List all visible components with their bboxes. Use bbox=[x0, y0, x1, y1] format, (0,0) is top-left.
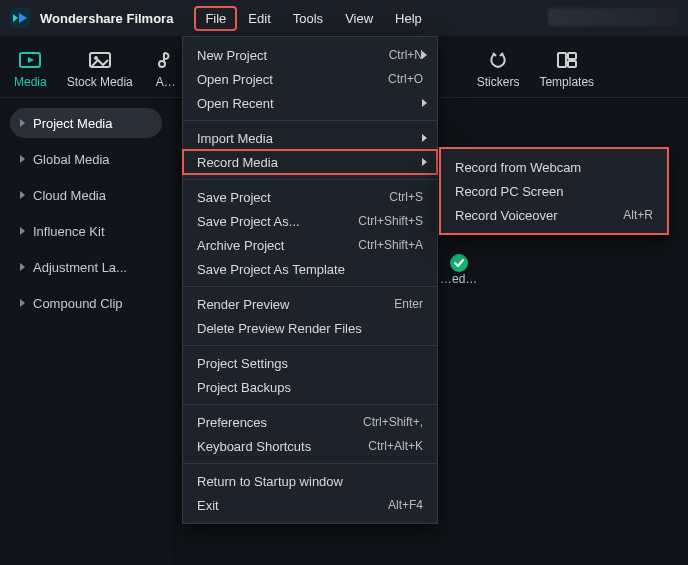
svg-point-4 bbox=[159, 61, 165, 67]
menu-row-label: Project Backups bbox=[197, 380, 291, 395]
toolbar-label: Templates bbox=[539, 75, 594, 89]
record-submenu-record-pc-screen[interactable]: Record PC Screen bbox=[441, 179, 667, 203]
file-menu-new-project[interactable]: New ProjectCtrl+N bbox=[183, 43, 437, 67]
sidebar-item-influence-kit[interactable]: Influence Kit bbox=[10, 216, 162, 246]
sidebar-item-label: Global Media bbox=[33, 152, 110, 167]
templates-icon bbox=[554, 49, 580, 71]
chevron-right-icon bbox=[422, 99, 427, 107]
menu-separator bbox=[183, 286, 437, 287]
chevron-right-icon bbox=[20, 299, 25, 307]
menu-item-tools[interactable]: Tools bbox=[283, 7, 333, 30]
menubar-items: FileEditToolsViewHelp bbox=[195, 7, 431, 30]
menu-separator bbox=[183, 120, 437, 121]
media-thumb[interactable]: …ed… bbox=[440, 254, 477, 286]
media-thumb-label: …ed… bbox=[440, 272, 477, 286]
menu-item-view[interactable]: View bbox=[335, 7, 383, 30]
menu-item-help[interactable]: Help bbox=[385, 7, 432, 30]
menu-row-label: Save Project bbox=[197, 190, 271, 205]
menu-row-label: Exit bbox=[197, 498, 219, 513]
toolbar-label: A… bbox=[156, 75, 176, 89]
menu-row-shortcut: Ctrl+S bbox=[389, 190, 423, 204]
svg-rect-7 bbox=[568, 61, 576, 67]
menu-item-edit[interactable]: Edit bbox=[238, 7, 280, 30]
sidebar: Project MediaGlobal MediaCloud MediaInfl… bbox=[0, 98, 172, 565]
menu-row-label: Record from Webcam bbox=[455, 160, 581, 175]
record-submenu-record-from-webcam[interactable]: Record from Webcam bbox=[441, 155, 667, 179]
menu-separator bbox=[183, 463, 437, 464]
media-icon bbox=[17, 49, 43, 71]
menu-row-label: Save Project As Template bbox=[197, 262, 345, 277]
file-menu-return-to-startup-window[interactable]: Return to Startup window bbox=[183, 469, 437, 493]
record-media-submenu: Record from WebcamRecord PC ScreenRecord… bbox=[440, 148, 668, 234]
toolbar-stickers[interactable]: Stickers bbox=[477, 49, 520, 89]
svg-rect-5 bbox=[558, 53, 566, 67]
file-menu-import-media[interactable]: Import Media bbox=[183, 126, 437, 150]
chevron-right-icon bbox=[20, 263, 25, 271]
menu-row-shortcut: Ctrl+N bbox=[389, 48, 423, 62]
file-menu-keyboard-shortcuts[interactable]: Keyboard ShortcutsCtrl+Alt+K bbox=[183, 434, 437, 458]
file-menu-delete-preview-render-files[interactable]: Delete Preview Render Files bbox=[183, 316, 437, 340]
menu-row-label: Save Project As... bbox=[197, 214, 300, 229]
sidebar-item-project-media[interactable]: Project Media bbox=[10, 108, 162, 138]
file-menu-open-recent[interactable]: Open Recent bbox=[183, 91, 437, 115]
menu-row-label: Render Preview bbox=[197, 297, 290, 312]
file-menu-render-preview[interactable]: Render PreviewEnter bbox=[183, 292, 437, 316]
stickers-icon bbox=[485, 49, 511, 71]
menu-row-label: Return to Startup window bbox=[197, 474, 343, 489]
sidebar-item-global-media[interactable]: Global Media bbox=[10, 144, 162, 174]
file-menu-dropdown: New ProjectCtrl+NOpen ProjectCtrl+OOpen … bbox=[182, 36, 438, 524]
app-title: Wondershare Filmora bbox=[40, 11, 173, 26]
audio-icon bbox=[153, 49, 179, 71]
menu-item-file[interactable]: File bbox=[195, 7, 236, 30]
menu-row-label: Project Settings bbox=[197, 356, 288, 371]
menu-row-shortcut: Enter bbox=[394, 297, 423, 311]
menu-separator bbox=[183, 345, 437, 346]
toolbar-a-[interactable]: A… bbox=[153, 49, 179, 89]
menu-row-label: Preferences bbox=[197, 415, 267, 430]
menu-row-shortcut: Ctrl+Alt+K bbox=[368, 439, 423, 453]
toolbar-templates[interactable]: Templates bbox=[539, 49, 594, 89]
menu-row-label: Record Media bbox=[197, 155, 278, 170]
toolbar-label: Stickers bbox=[477, 75, 520, 89]
menu-row-shortcut: Ctrl+Shift+, bbox=[363, 415, 423, 429]
file-menu-open-project[interactable]: Open ProjectCtrl+O bbox=[183, 67, 437, 91]
svg-rect-6 bbox=[568, 53, 576, 59]
file-menu-archive-project[interactable]: Archive ProjectCtrl+Shift+A bbox=[183, 233, 437, 257]
menu-row-label: Delete Preview Render Files bbox=[197, 321, 362, 336]
file-menu-save-project-as[interactable]: Save Project As...Ctrl+Shift+S bbox=[183, 209, 437, 233]
app-logo-icon bbox=[10, 8, 30, 28]
toolbar-label: Stock Media bbox=[67, 75, 133, 89]
toolbar-stock-media[interactable]: Stock Media bbox=[67, 49, 133, 89]
sidebar-item-label: Influence Kit bbox=[33, 224, 105, 239]
sidebar-item-label: Adjustment La... bbox=[33, 260, 127, 275]
chevron-right-icon bbox=[422, 134, 427, 142]
chevron-right-icon bbox=[422, 51, 427, 59]
titlebar-blur-region bbox=[548, 8, 678, 26]
toolbar-label: Media bbox=[14, 75, 47, 89]
menu-row-label: Open Recent bbox=[197, 96, 274, 111]
menubar: Wondershare Filmora FileEditToolsViewHel… bbox=[0, 0, 688, 36]
toolbar-media[interactable]: Media bbox=[14, 49, 47, 89]
record-submenu-record-voiceover[interactable]: Record VoiceoverAlt+R bbox=[441, 203, 667, 227]
file-menu-project-backups[interactable]: Project Backups bbox=[183, 375, 437, 399]
sidebar-item-cloud-media[interactable]: Cloud Media bbox=[10, 180, 162, 210]
chevron-right-icon bbox=[20, 227, 25, 235]
chevron-right-icon bbox=[20, 119, 25, 127]
checkmark-icon bbox=[450, 254, 468, 272]
file-menu-exit[interactable]: ExitAlt+F4 bbox=[183, 493, 437, 517]
menu-row-label: Open Project bbox=[197, 72, 273, 87]
file-menu-record-media[interactable]: Record Media bbox=[183, 150, 437, 174]
menu-row-label: Record Voiceover bbox=[455, 208, 558, 223]
menu-row-shortcut: Ctrl+O bbox=[388, 72, 423, 86]
file-menu-save-project[interactable]: Save ProjectCtrl+S bbox=[183, 185, 437, 209]
sidebar-item-label: Cloud Media bbox=[33, 188, 106, 203]
menu-row-shortcut: Alt+R bbox=[623, 208, 653, 222]
sidebar-item-adjustment-la[interactable]: Adjustment La... bbox=[10, 252, 162, 282]
sidebar-item-compound-clip[interactable]: Compound Clip bbox=[10, 288, 162, 318]
file-menu-save-project-as-template[interactable]: Save Project As Template bbox=[183, 257, 437, 281]
chevron-right-icon bbox=[422, 158, 427, 166]
file-menu-project-settings[interactable]: Project Settings bbox=[183, 351, 437, 375]
file-menu-preferences[interactable]: PreferencesCtrl+Shift+, bbox=[183, 410, 437, 434]
menu-row-label: Archive Project bbox=[197, 238, 284, 253]
chevron-right-icon bbox=[20, 155, 25, 163]
